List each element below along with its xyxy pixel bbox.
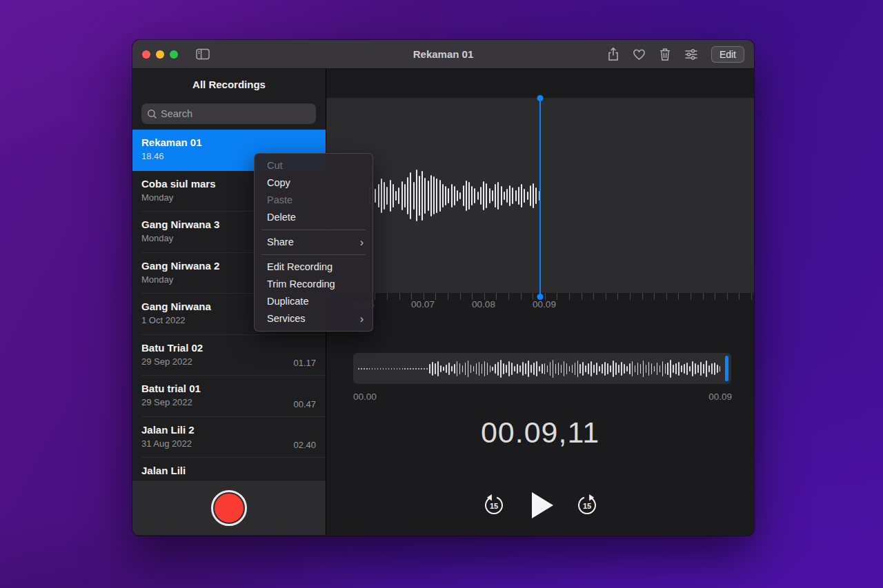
overview-waveform-bar bbox=[607, 363, 608, 374]
menu-item-share[interactable]: Share› bbox=[255, 234, 373, 251]
menu-item-duplicate[interactable]: Duplicate bbox=[255, 293, 373, 310]
overview-waveform-bar bbox=[506, 365, 507, 373]
recording-date: 31 Aug 2022 bbox=[141, 438, 317, 449]
waveform-bar bbox=[378, 184, 379, 207]
edit-button[interactable]: Edit bbox=[711, 46, 744, 63]
overview-waveform-bar bbox=[407, 368, 408, 369]
play-button[interactable] bbox=[532, 492, 553, 518]
waveform-bar bbox=[404, 184, 406, 207]
menu-item-delete[interactable]: Delete bbox=[255, 209, 373, 226]
waveform-bar bbox=[471, 186, 473, 205]
overview-waveform-bar bbox=[651, 363, 653, 374]
search-placeholder: Search bbox=[161, 108, 192, 119]
recording-date: 29 Sep 2022 bbox=[141, 397, 317, 407]
overview-waveform-bar bbox=[703, 364, 704, 374]
recording-list-item[interactable]: Batu trial 0129 Sep 202200.47 bbox=[132, 376, 326, 417]
waveform-bar bbox=[421, 171, 423, 221]
ruler-time-label: 00.07 bbox=[411, 299, 435, 310]
recording-title: Rekaman 01 bbox=[141, 136, 317, 148]
skip-forward-15-button[interactable]: 15 bbox=[575, 494, 599, 517]
waveform-bar bbox=[521, 184, 522, 207]
menu-separator bbox=[261, 230, 366, 230]
playhead[interactable] bbox=[539, 97, 541, 297]
overview-waveform-bar bbox=[613, 361, 614, 377]
waveform-bar bbox=[424, 178, 426, 214]
overview-scrubber[interactable] bbox=[725, 356, 728, 381]
waveform-bar bbox=[497, 182, 499, 210]
recording-date: 29 Sep 2022 bbox=[141, 356, 317, 367]
overview-waveform-bar bbox=[358, 368, 359, 369]
waveform-bar bbox=[428, 181, 429, 211]
overview-waveform-bar bbox=[435, 363, 436, 374]
overview-waveform-bar bbox=[388, 368, 390, 369]
toolbar: Edit bbox=[607, 46, 744, 63]
overview-waveform-bar bbox=[582, 362, 584, 376]
menu-item-paste: Paste bbox=[255, 192, 373, 209]
waveform-bar bbox=[398, 187, 399, 204]
overview-end-label: 00.09 bbox=[708, 392, 732, 402]
overview-waveform-bar bbox=[670, 360, 671, 378]
overview-waveform-bar bbox=[536, 361, 537, 376]
adjust-sliders-icon[interactable] bbox=[684, 48, 698, 61]
recording-duration: 00.47 bbox=[293, 399, 316, 409]
overview-waveform-bar bbox=[468, 361, 469, 377]
playhead-bottom-dot[interactable] bbox=[537, 294, 544, 300]
overview-waveform-bar bbox=[561, 365, 562, 373]
record-button[interactable] bbox=[211, 490, 247, 526]
waveform-bar bbox=[451, 184, 453, 207]
minimize-button[interactable] bbox=[156, 50, 164, 59]
waveform-bar bbox=[384, 182, 385, 210]
waveform-bar bbox=[480, 187, 482, 205]
overview-waveform-bar bbox=[686, 363, 688, 375]
overview-waveform-bar bbox=[621, 362, 622, 376]
overview-waveform-bar bbox=[626, 366, 628, 372]
overview-waveform-bar bbox=[662, 361, 664, 376]
overview-waveform-bar bbox=[386, 368, 387, 369]
recording-list-item[interactable]: Batu Trial 0229 Sep 202201.17 bbox=[132, 335, 326, 376]
playhead-top-dot[interactable] bbox=[537, 95, 544, 101]
overview-waveform-bar bbox=[457, 361, 458, 376]
overview-waveform-bar bbox=[695, 363, 696, 374]
menu-item-trim-recording[interactable]: Trim Recording bbox=[255, 276, 373, 293]
favorite-heart-icon[interactable] bbox=[633, 48, 646, 61]
zoom-button[interactable] bbox=[170, 50, 178, 59]
menu-item-cut: Cut bbox=[255, 157, 373, 174]
trash-icon[interactable] bbox=[659, 48, 671, 61]
waveform-bar bbox=[489, 188, 490, 203]
voice-memos-window: Rekaman 01 bbox=[132, 40, 754, 536]
overview-waveform-bar bbox=[361, 368, 362, 369]
recording-list-item[interactable]: Jalan Lili 231 Aug 202202.40 bbox=[132, 417, 326, 458]
menu-item-copy[interactable]: Copy bbox=[255, 174, 373, 192]
sidebar-toggle-icon[interactable] bbox=[196, 48, 210, 60]
overview-waveform-bar bbox=[451, 366, 453, 372]
overview-waveform-bar bbox=[394, 368, 395, 369]
overview-strip[interactable] bbox=[353, 353, 731, 384]
waveform-bar bbox=[442, 184, 444, 207]
close-button[interactable] bbox=[142, 50, 150, 59]
overview-waveform-bar bbox=[437, 361, 439, 376]
playback-controls: 15 15 bbox=[326, 492, 754, 518]
overview-waveform-bar bbox=[593, 365, 595, 373]
overview-waveform-bar bbox=[643, 361, 644, 377]
overview-waveform-bar bbox=[577, 361, 579, 377]
recording-title: Batu trial 01 bbox=[141, 383, 317, 394]
overview-waveform-bar bbox=[446, 365, 447, 373]
overview-waveform-bar bbox=[678, 362, 679, 376]
overview-waveform-bar bbox=[659, 365, 661, 372]
skip-back-15-button[interactable]: 15 bbox=[482, 494, 506, 517]
menu-item-services[interactable]: Services› bbox=[255, 310, 373, 327]
overview-waveform-bar bbox=[479, 362, 480, 376]
share-icon[interactable] bbox=[607, 47, 619, 61]
overview-waveform-bar bbox=[380, 368, 381, 369]
search-input[interactable]: Search bbox=[141, 103, 316, 124]
submenu-chevron-icon: › bbox=[360, 310, 364, 327]
waveform-bar bbox=[393, 184, 394, 207]
overview-waveform-bar bbox=[591, 361, 592, 376]
overview-waveform-bar bbox=[555, 364, 557, 374]
recording-list-item[interactable]: Jalan Lili bbox=[132, 458, 326, 480]
overview-waveform-bar bbox=[490, 365, 491, 372]
overview-waveform-bar bbox=[369, 368, 370, 369]
overview-waveform-bar bbox=[697, 365, 699, 373]
current-time-display: 00.09,11 bbox=[326, 416, 754, 449]
menu-item-edit-recording[interactable]: Edit Recording bbox=[255, 258, 373, 276]
